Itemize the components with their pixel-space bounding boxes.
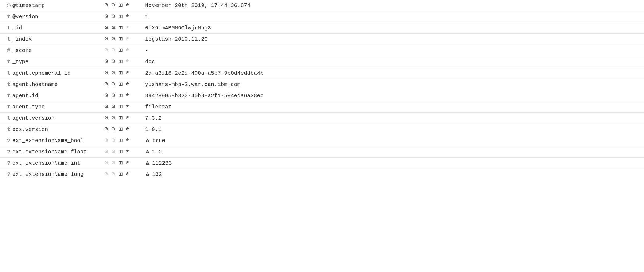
field-value: 1	[143, 11, 644, 22]
filter-out-value-icon[interactable]	[110, 93, 117, 99]
filter-out-value-icon[interactable]	[110, 59, 117, 65]
document-fields-table: @timestamp*November 20th 2019, 17:44:36.…	[0, 0, 644, 180]
filter-for-value-icon[interactable]	[103, 115, 110, 121]
exists-filter-icon[interactable]: *	[124, 160, 131, 166]
filter-out-value-icon[interactable]	[110, 36, 117, 42]
field-type-badge: ?	[0, 169, 12, 180]
toggle-column-icon[interactable]	[117, 93, 124, 99]
exists-filter-icon[interactable]: *	[124, 126, 131, 133]
svg-line-147	[114, 175, 115, 176]
field-value-text: 1.2	[152, 149, 162, 155]
clock-icon	[7, 2, 11, 9]
filter-for-value-icon[interactable]	[103, 104, 110, 110]
field-row: tecs.version*1.0.1	[0, 124, 644, 135]
filter-out-value-icon[interactable]	[110, 70, 117, 76]
exists-filter-icon[interactable]: *	[124, 138, 131, 144]
toggle-column-icon[interactable]	[117, 104, 124, 110]
filter-out-value-icon[interactable]	[110, 115, 117, 121]
toggle-column-icon[interactable]	[117, 160, 124, 166]
exists-filter-icon[interactable]: *	[124, 70, 131, 76]
field-actions: *	[103, 169, 143, 180]
exists-filter-icon[interactable]: *	[124, 104, 131, 110]
toggle-column-icon[interactable]	[117, 149, 124, 155]
field-actions: *	[103, 11, 143, 22]
toggle-column-icon[interactable]	[117, 2, 124, 9]
filter-for-value-icon[interactable]	[103, 81, 110, 88]
field-value: yushans-mbp-2.war.can.ibm.com	[143, 79, 644, 90]
field-actions: *	[103, 90, 143, 101]
field-name: agent.hostname	[12, 79, 103, 90]
svg-rect-129	[147, 151, 148, 152]
filter-for-value-icon[interactable]	[103, 2, 110, 9]
filter-for-value-icon	[103, 171, 110, 177]
exists-filter-icon[interactable]: *	[124, 149, 131, 155]
svg-rect-118	[147, 140, 148, 141]
field-row: ?ext_extensionName_bool*true	[0, 135, 644, 146]
field-actions: *	[103, 158, 143, 169]
toggle-column-icon[interactable]	[117, 70, 124, 76]
toggle-column-icon[interactable]	[117, 138, 124, 144]
field-name: agent.ephemeral_id	[12, 67, 103, 79]
warning-icon	[145, 171, 150, 177]
toggle-column-icon[interactable]	[117, 81, 124, 88]
svg-line-78	[114, 96, 115, 97]
toggle-column-icon[interactable]	[117, 171, 124, 177]
field-value: 1.0.1	[143, 124, 644, 135]
filter-for-value-icon[interactable]	[103, 93, 110, 99]
filter-for-value-icon[interactable]	[103, 59, 110, 65]
exists-filter-icon[interactable]: *	[124, 2, 131, 9]
filter-for-value-icon[interactable]	[103, 126, 110, 133]
exists-filter-icon[interactable]: *	[124, 93, 131, 99]
field-name: agent.type	[12, 101, 103, 112]
svg-line-24	[114, 28, 115, 29]
toggle-column-icon[interactable]	[117, 25, 124, 31]
toggle-column-icon[interactable]	[117, 59, 124, 65]
toggle-column-icon[interactable]	[117, 36, 124, 42]
filter-out-value-icon[interactable]	[110, 81, 117, 88]
field-type-badge: t	[0, 124, 12, 135]
toggle-column-icon[interactable]	[117, 115, 124, 121]
svg-line-15	[114, 17, 115, 18]
exists-filter-icon[interactable]: *	[124, 14, 131, 20]
warning-icon	[145, 138, 150, 144]
svg-rect-119	[147, 141, 148, 142]
filter-for-value-icon[interactable]	[103, 36, 110, 42]
field-value: 2dfa3d16-2c2d-490a-a5b7-9b0d4eddba4b	[143, 67, 644, 79]
field-row: ?ext_extensionName_float*1.2	[0, 146, 644, 158]
svg-line-132	[107, 164, 108, 165]
filter-for-value-icon[interactable]	[103, 70, 110, 76]
toggle-column-icon[interactable]	[117, 14, 124, 20]
svg-rect-152	[147, 175, 148, 176]
svg-line-42	[114, 51, 115, 52]
exists-filter-icon[interactable]: *	[124, 115, 131, 121]
field-actions: *	[103, 22, 143, 34]
field-type-badge: ?	[0, 158, 12, 169]
filter-out-value-icon[interactable]	[110, 25, 117, 31]
field-value: 89428995-b822-45b8-a2f1-584eda6a38ec	[143, 90, 644, 101]
svg-line-20	[107, 28, 108, 29]
filter-out-value-icon[interactable]	[110, 2, 117, 9]
field-actions: *	[103, 146, 143, 158]
filter-for-value-icon	[103, 47, 110, 54]
svg-line-60	[114, 74, 115, 75]
exists-filter-icon[interactable]: *	[124, 81, 131, 88]
field-actions: *	[103, 135, 143, 146]
field-value: 1.2	[143, 146, 644, 158]
filter-out-value-icon[interactable]	[110, 104, 117, 110]
toggle-column-icon[interactable]	[117, 47, 124, 54]
exists-filter-icon: *	[124, 59, 131, 65]
svg-line-56	[107, 74, 108, 75]
field-row: ?ext_extensionName_long*132	[0, 169, 644, 180]
filter-for-value-icon[interactable]	[103, 25, 110, 31]
filter-out-value-icon[interactable]	[110, 14, 117, 20]
field-name: _score	[12, 45, 103, 56]
field-name: @version	[12, 11, 103, 22]
field-value-text: November 20th 2019, 17:44:36.874	[145, 2, 251, 9]
field-value: 112233	[143, 158, 644, 169]
toggle-column-icon[interactable]	[117, 126, 124, 133]
exists-filter-icon[interactable]: *	[124, 171, 131, 177]
field-name: _type	[12, 56, 103, 67]
filter-out-value-icon[interactable]	[110, 126, 117, 133]
field-row: ?ext_extensionName_int*112233	[0, 158, 644, 169]
filter-for-value-icon[interactable]	[103, 14, 110, 20]
